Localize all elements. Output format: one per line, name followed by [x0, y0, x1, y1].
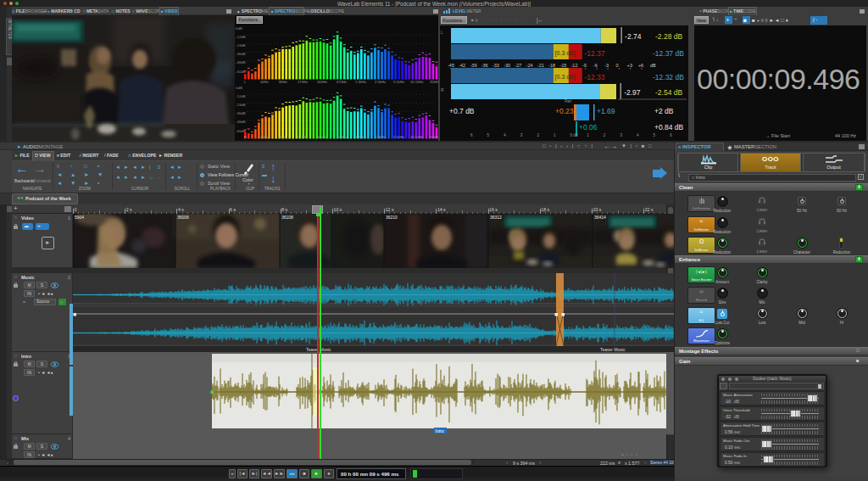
- svg-text:44Hz: 44Hz: [260, 135, 269, 139]
- svg-text:-3: -3: [604, 63, 609, 68]
- svg-text:-45: -45: [448, 63, 454, 68]
- svg-text:+3: +3: [627, 63, 632, 68]
- svg-text:+1.69: +1.69: [597, 107, 615, 115]
- svg-text:36006: 36006: [177, 215, 189, 220]
- svg-text:-36dB: -36dB: [236, 52, 246, 56]
- svg-text:-9: -9: [582, 63, 587, 68]
- svg-text:[0.3 dB]: [0.3 dB]: [555, 50, 576, 57]
- svg-text:86Hz: 86Hz: [279, 80, 287, 84]
- svg-text:340Hz: 340Hz: [317, 135, 327, 139]
- svg-text:10.1kHz: 10.1kHz: [410, 135, 423, 139]
- svg-text:-30: -30: [504, 63, 510, 68]
- svg-text:2.6kHz: 2.6kHz: [375, 135, 386, 139]
- svg-text:-39: -39: [470, 63, 477, 68]
- svg-text:-15: -15: [559, 63, 566, 68]
- svg-text:-2.28 dB: -2.28 dB: [655, 32, 682, 41]
- svg-text:-12.37 dB: -12.37 dB: [653, 49, 684, 58]
- svg-text:5904: 5904: [75, 215, 84, 220]
- svg-text:670Hz: 670Hz: [337, 80, 347, 84]
- svg-text:R: R: [441, 87, 444, 92]
- svg-text:-33: -33: [492, 63, 499, 68]
- svg-text:36108: 36108: [281, 215, 293, 220]
- svg-text:-48dB: -48dB: [236, 120, 246, 124]
- svg-text:20kHz: 20kHz: [430, 135, 438, 139]
- svg-text:-24dB: -24dB: [236, 43, 246, 48]
- svg-text:-2.97: -2.97: [624, 88, 641, 97]
- svg-text:+6: +6: [638, 63, 643, 68]
- svg-text:0: 0: [616, 63, 619, 68]
- svg-text:dB: dB: [650, 63, 656, 68]
- svg-text:+0.06: +0.06: [579, 123, 598, 131]
- svg-text:-48dB: -48dB: [236, 60, 246, 64]
- svg-text:-36: -36: [481, 63, 488, 68]
- svg-text:0 dB: 0 dB: [570, 133, 578, 137]
- svg-text:Pan: Pan: [565, 99, 572, 103]
- svg-text:-12dB: -12dB: [236, 94, 246, 98]
- svg-text:170Hz: 170Hz: [298, 135, 308, 139]
- svg-text:-6: -6: [593, 63, 598, 68]
- svg-text:Intro: Intro: [436, 428, 444, 433]
- svg-text:1.3kHz: 1.3kHz: [355, 135, 366, 139]
- svg-text:340Hz: 340Hz: [317, 80, 327, 84]
- svg-text:-2.54 dB: -2.54 dB: [655, 88, 682, 97]
- svg-text:+0.7 dB: +0.7 dB: [449, 107, 475, 115]
- svg-text:170Hz: 170Hz: [298, 80, 308, 84]
- svg-text:R: R: [244, 135, 247, 139]
- svg-text:36414: 36414: [594, 215, 606, 220]
- svg-text:36312: 36312: [490, 215, 502, 220]
- svg-text:-18: -18: [548, 63, 555, 68]
- svg-text:10.1kHz: 10.1kHz: [410, 80, 423, 84]
- svg-text:86Hz: 86Hz: [279, 135, 287, 139]
- svg-text:-42: -42: [459, 63, 465, 68]
- svg-text:5.1kHz: 5.1kHz: [393, 80, 404, 84]
- svg-text:-36dB: -36dB: [236, 111, 246, 115]
- svg-text:36210: 36210: [386, 215, 398, 220]
- svg-text:[0.3 dB]: [0.3 dB]: [555, 74, 576, 81]
- svg-text:1.3kHz: 1.3kHz: [355, 80, 366, 84]
- svg-text:-2.74: -2.74: [625, 32, 642, 41]
- svg-text:670Hz: 670Hz: [337, 135, 347, 139]
- svg-text:20kHz: 20kHz: [430, 80, 438, 84]
- svg-text:0dB: 0dB: [236, 26, 242, 31]
- svg-text:-12.33: -12.33: [584, 73, 604, 81]
- svg-text:-24dB: -24dB: [236, 103, 246, 107]
- svg-text:5.1kHz: 5.1kHz: [393, 135, 404, 139]
- svg-text:-12.32 dB: -12.32 dB: [653, 73, 684, 81]
- svg-text:-27: -27: [515, 63, 521, 68]
- svg-text:-21: -21: [537, 63, 544, 68]
- svg-text:2.6kHz: 2.6kHz: [375, 80, 386, 84]
- svg-text:+2 dB: +2 dB: [654, 107, 674, 115]
- svg-text:L: L: [441, 30, 443, 35]
- svg-text:Teaser Music: Teaser Music: [600, 347, 626, 352]
- svg-text:-24: -24: [526, 63, 533, 68]
- svg-text:+0.84 dB: +0.84 dB: [654, 123, 684, 131]
- svg-text:-12.37: -12.37: [584, 49, 604, 58]
- svg-text:44Hz: 44Hz: [260, 80, 269, 84]
- svg-text:+0.23: +0.23: [555, 107, 574, 115]
- svg-text:0dB: 0dB: [236, 86, 242, 90]
- svg-text:-12: -12: [571, 63, 578, 68]
- svg-text:-12dB: -12dB: [236, 35, 246, 39]
